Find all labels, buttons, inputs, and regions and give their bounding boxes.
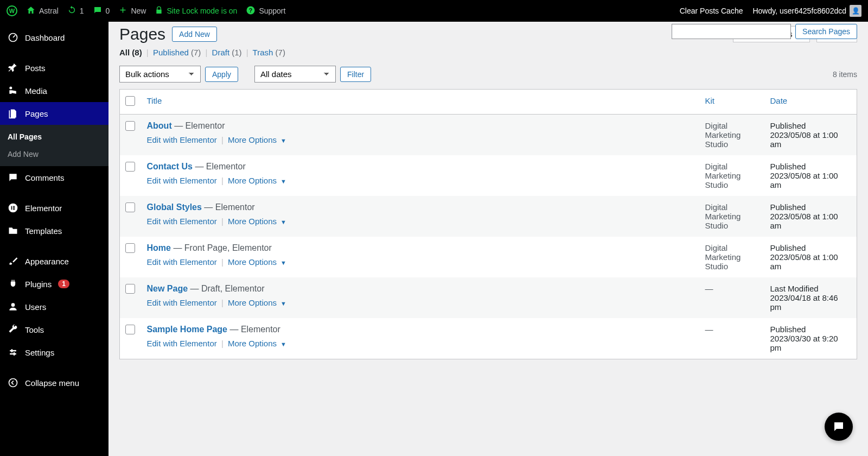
clear-cache-link[interactable]: Clear Posts Cache	[680, 7, 743, 15]
more-options-link[interactable]: More Options ▼	[228, 257, 286, 267]
user-icon	[8, 301, 18, 312]
howdy-text: Howdy, user6425fc8602dcd	[752, 7, 846, 15]
more-options-link[interactable]: More Options ▼	[228, 298, 286, 307]
row-checkbox[interactable]	[125, 325, 135, 334]
sidebar-sub-add-new[interactable]: Add New	[0, 145, 108, 163]
filter-trash[interactable]: Trash	[253, 48, 273, 57]
admin-sidebar: Dashboard Posts Media Pages All Pages Ad…	[0, 22, 108, 370]
question-icon: ?	[246, 5, 256, 17]
edit-with-elementor-link[interactable]: Edit with Elementor	[147, 298, 217, 307]
svg-rect-12	[14, 352, 15, 356]
more-options-link[interactable]: More Options ▼	[228, 217, 286, 226]
sidebar-label: Comments	[25, 173, 65, 182]
col-title-sort[interactable]: Title	[147, 96, 162, 105]
search-input[interactable]	[672, 24, 791, 39]
support-link[interactable]: ? Support	[246, 5, 285, 17]
select-all-checkbox[interactable]	[125, 96, 135, 106]
filter-button[interactable]: Filter	[340, 67, 371, 82]
row-checkbox[interactable]	[125, 202, 135, 212]
sidebar-label: Dashboard	[25, 33, 65, 42]
howdy-link[interactable]: Howdy, user6425fc8602dcd 👤	[752, 5, 861, 17]
more-options-link[interactable]: More Options ▼	[228, 176, 286, 185]
items-count: 8 items	[833, 70, 857, 79]
row-checkbox[interactable]	[125, 162, 135, 172]
edit-with-elementor-link[interactable]: Edit with Elementor	[147, 339, 217, 348]
row-kit: Digital Marketing Studio	[700, 115, 765, 156]
more-options-link[interactable]: More Options ▼	[228, 135, 286, 144]
svg-rect-11	[11, 349, 13, 352]
site-name-link[interactable]: Astral	[26, 5, 59, 17]
row-state-suffix: — Elementor	[193, 162, 246, 171]
caret-down-icon: ▼	[279, 219, 286, 225]
filter-all[interactable]: All (8)	[119, 48, 142, 57]
row-title-link[interactable]: Contact Us	[147, 162, 193, 171]
date-filter-select[interactable]: All dates	[254, 66, 336, 83]
col-date-sort[interactable]: Date	[770, 96, 788, 105]
table-row: Global Styles — Elementor Edit with Elem…	[120, 196, 857, 237]
sidebar-label: Templates	[25, 226, 62, 236]
row-actions: Edit with Elementor | More Options ▼	[147, 298, 694, 307]
sidebar-item-settings[interactable]: Settings	[0, 341, 108, 364]
more-options-link[interactable]: More Options ▼	[228, 339, 286, 348]
search-pages-button[interactable]: Search Pages	[795, 24, 857, 39]
edit-with-elementor-link[interactable]: Edit with Elementor	[147, 257, 217, 267]
edit-with-elementor-link[interactable]: Edit with Elementor	[147, 135, 217, 144]
row-kit: —	[700, 277, 765, 318]
row-checkbox[interactable]	[125, 121, 135, 131]
add-new-button[interactable]: Add New	[172, 27, 217, 42]
site-lock-indicator[interactable]: Site Lock mode is on	[155, 6, 237, 16]
apply-button[interactable]: Apply	[205, 67, 238, 82]
updates-link[interactable]: 1	[67, 5, 84, 16]
wrench-icon	[8, 324, 18, 335]
caret-down-icon: ▼	[279, 341, 286, 347]
support-label: Support	[259, 7, 285, 15]
sidebar-item-plugins[interactable]: Plugins 1	[0, 273, 108, 295]
caret-down-icon: ▼	[279, 259, 286, 266]
sidebar-item-comments[interactable]: Comments	[0, 166, 108, 189]
edit-with-elementor-link[interactable]: Edit with Elementor	[147, 176, 217, 185]
svg-point-8	[11, 303, 15, 307]
sidebar-item-media[interactable]: Media	[0, 79, 108, 102]
row-date: Published2023/05/08 at 1:00 am	[765, 115, 857, 156]
col-kit-sort[interactable]: Kit	[705, 96, 715, 105]
sidebar-submenu-pages: All Pages Add New	[0, 125, 108, 166]
row-title-link[interactable]: Sample Home Page	[147, 325, 228, 334]
sidebar-item-users[interactable]: Users	[0, 295, 108, 318]
new-link[interactable]: New	[118, 5, 146, 16]
sidebar-item-tools[interactable]: Tools	[0, 318, 108, 341]
filter-published[interactable]: Published	[153, 48, 189, 57]
filter-draft[interactable]: Draft	[212, 48, 230, 57]
sidebar-item-dashboard[interactable]: Dashboard	[0, 26, 108, 49]
dashboard-icon	[8, 32, 18, 43]
row-date: Published2023/05/08 at 1:00 am	[765, 155, 857, 196]
row-checkbox[interactable]	[125, 243, 135, 253]
row-title-link[interactable]: Global Styles	[147, 202, 202, 212]
site-name: Astral	[39, 7, 59, 15]
tablenav-top: Bulk actions Apply All dates Filter 8 it…	[119, 66, 857, 83]
subsubsub-filters: All (8) | Published (7) | Draft (1) | Tr…	[119, 48, 857, 57]
bulk-actions-select[interactable]: Bulk actions	[119, 66, 201, 83]
main-content: Screen Options ▼ Help ▼ Pages Add New Se…	[108, 22, 868, 370]
row-actions: Edit with Elementor | More Options ▼	[147, 217, 694, 226]
sidebar-item-templates[interactable]: Templates	[0, 219, 108, 242]
plus-icon	[118, 5, 127, 16]
svg-rect-4	[11, 206, 12, 210]
comments-link[interactable]: 0	[93, 5, 110, 17]
edit-with-elementor-link[interactable]: Edit with Elementor	[147, 217, 217, 226]
sidebar-item-posts[interactable]: Posts	[0, 56, 108, 79]
sidebar-sub-all-pages[interactable]: All Pages	[0, 128, 108, 145]
row-title-link[interactable]: Home	[147, 243, 171, 252]
site-lock-text: Site Lock mode is on	[167, 7, 237, 15]
row-title-link[interactable]: About	[147, 121, 172, 130]
new-label: New	[131, 7, 146, 15]
wp-logo-icon[interactable]: W	[7, 5, 17, 16]
row-date: Last Modified2023/04/18 at 8:46 pm	[765, 277, 857, 318]
updates-count: 1	[80, 7, 84, 15]
sidebar-label: Media	[25, 86, 47, 96]
sidebar-item-pages[interactable]: Pages	[0, 102, 108, 125]
row-date: Published2023/05/08 at 1:00 am	[765, 196, 857, 237]
row-checkbox[interactable]	[125, 284, 135, 294]
sidebar-item-appearance[interactable]: Appearance	[0, 250, 108, 273]
sidebar-item-elementor[interactable]: Elementor	[0, 197, 108, 219]
row-title-link[interactable]: New Page	[147, 284, 188, 293]
